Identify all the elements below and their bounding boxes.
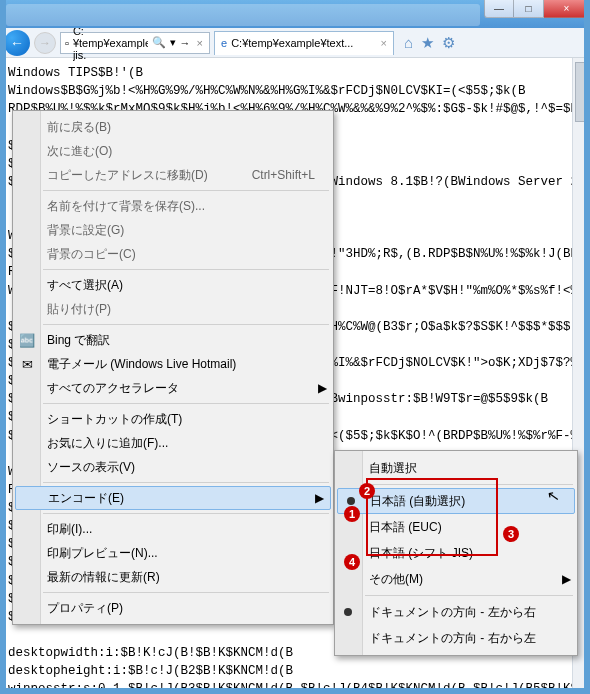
menu-email[interactable]: ✉ 電子メール (Windows Live Hotmail) <box>13 352 333 376</box>
browser-toolbar: ← → ▫ C:¥temp¥example¥text-jis. 🔍 ▾ → × … <box>0 28 590 58</box>
ie-icon: e <box>221 37 227 49</box>
annotation-4: 4 <box>344 554 360 570</box>
menu-forward: 次に進む(O) <box>13 139 333 163</box>
stop-icon[interactable]: × <box>195 37 205 49</box>
translate-icon: 🔤 <box>19 333 35 348</box>
context-menu: 前に戻る(B) 次に進む(O) コピーしたアドレスに移動(D) Ctrl+Shi… <box>12 110 334 625</box>
tab-title: C:¥temp¥example¥text... <box>231 37 376 49</box>
menu-properties[interactable]: プロパティ(P) <box>13 596 333 620</box>
annotation-3: 3 <box>503 526 519 542</box>
mail-icon: ✉ <box>19 357 35 372</box>
menu-create-shortcut[interactable]: ショートカットの作成(T) <box>13 407 333 431</box>
menu-select-all[interactable]: すべて選択(A) <box>13 273 333 297</box>
menu-back[interactable]: 前に戻る(B) <box>13 115 333 139</box>
menu-paste: 貼り付け(P) <box>13 297 333 321</box>
menu-view-source[interactable]: ソースの表示(V) <box>13 455 333 479</box>
menu-shortcut: Ctrl+Shift+L <box>252 168 315 182</box>
tools-icon[interactable]: ⚙ <box>442 34 455 52</box>
radio-selected-icon <box>344 608 352 616</box>
menu-print[interactable]: 印刷(I)... <box>13 517 333 541</box>
submenu-arrow-icon: ▶ <box>318 381 327 395</box>
scrollbar-thumb[interactable] <box>575 62 586 122</box>
menu-goto-copied: コピーしたアドレスに移動(D) Ctrl+Shift+L <box>13 163 333 187</box>
menu-save-bg: 名前を付けて背景を保存(S)... <box>13 194 333 218</box>
submenu-arrow-icon: ▶ <box>562 572 571 586</box>
nav-back-button[interactable]: ← <box>4 30 30 56</box>
window-titlebar: — □ × <box>0 0 590 28</box>
menu-print-preview[interactable]: 印刷プレビュー(N)... <box>13 541 333 565</box>
home-icon[interactable]: ⌂ <box>404 34 413 51</box>
menu-accelerators[interactable]: すべてのアクセラレータ ▶ <box>13 376 333 400</box>
menu-bing-translate[interactable]: 🔤 Bing で翻訳 <box>13 328 333 352</box>
enc-dir-ltr[interactable]: ドキュメントの方向 - 左から右 <box>335 599 577 625</box>
menu-set-bg: 背景に設定(G) <box>13 218 333 242</box>
enc-other[interactable]: その他(M) ▶ <box>335 566 577 592</box>
dropdown-icon[interactable]: ▾ <box>170 36 176 49</box>
tab-close-icon[interactable]: × <box>381 37 387 49</box>
browser-tab[interactable]: e C:¥temp¥example¥text... × <box>214 31 394 55</box>
enc-dir-rtl[interactable]: ドキュメントの方向 - 右から左 <box>335 625 577 651</box>
favorites-icon[interactable]: ★ <box>421 34 434 52</box>
menu-add-favorite[interactable]: お気に入りに追加(F)... <box>13 431 333 455</box>
menu-encoding[interactable]: エンコード(E) ▶ <box>15 486 331 510</box>
menu-refresh[interactable]: 最新の情報に更新(R) <box>13 565 333 589</box>
window-maximize-button[interactable]: □ <box>514 0 544 18</box>
annotation-2: 2 <box>359 483 375 499</box>
annotation-1: 1 <box>344 506 360 522</box>
file-icon: ▫ <box>65 37 69 49</box>
annotation-box-jp <box>366 478 498 556</box>
window-minimize-button[interactable]: — <box>484 0 514 18</box>
address-text: C:¥temp¥example¥text-jis. <box>73 25 148 61</box>
go-icon[interactable]: → <box>180 37 191 49</box>
menu-copy-bg: 背景のコピー(C) <box>13 242 333 266</box>
address-bar[interactable]: ▫ C:¥temp¥example¥text-jis. 🔍 ▾ → × <box>60 32 210 54</box>
submenu-arrow-icon: ▶ <box>315 491 324 505</box>
nav-forward-button: → <box>34 32 56 54</box>
search-icon[interactable]: 🔍 <box>152 36 166 49</box>
radio-selected-icon <box>347 497 355 505</box>
window-close-button[interactable]: × <box>544 0 590 18</box>
